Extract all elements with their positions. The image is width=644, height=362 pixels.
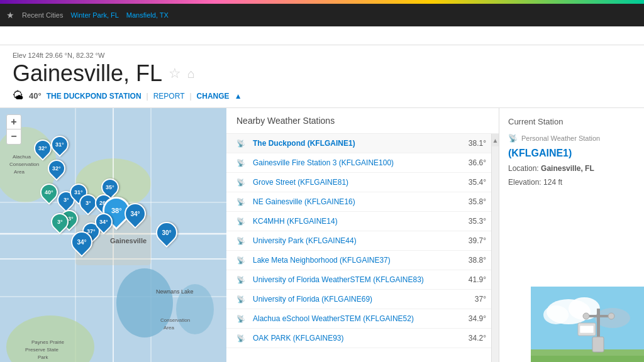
current-station-panel: Current Station 📡 Personal Weather Stati… — [499, 108, 644, 362]
stations-panel-header: Nearby Weather Stations — [226, 108, 499, 134]
station-name-link[interactable]: Alachua eSchool WeatherSTEM (KFLGAINE52) — [253, 314, 455, 323]
station-name-link[interactable]: University Park (KFLGAINE44) — [253, 236, 455, 245]
station-list-item: 📡Grove Street (KFLGAINE81)35.4° — [226, 173, 499, 192]
svg-rect-36 — [580, 326, 594, 333]
station-radio-icon: 📡 — [236, 140, 247, 148]
station-temperature: 41.9° — [461, 275, 486, 284]
station-temperature: 35.3° — [461, 217, 486, 226]
station-list-item: 📡University Park (KFLGAINE44)39.7° — [226, 231, 499, 251]
station-name-link[interactable]: NE Gainesville (KFLGAINE16) — [253, 197, 455, 206]
divider-1: | — [147, 92, 148, 101]
station-list-item: 📡OAK PARK (KFLGAINE93)34.2° — [226, 329, 499, 348]
pws-label: Personal Weather Station — [521, 134, 600, 142]
weather-pin[interactable]: 30° — [152, 217, 182, 248]
station-list-item: 📡University of Florida WeatherSTEM (KFLG… — [226, 270, 499, 290]
temperature-display: 40° — [29, 91, 42, 101]
stations-list: 📡The Duckpond (KFLGAINE1)38.1°📡Gainesvil… — [226, 134, 499, 362]
station-list-item: 📡Lake Meta Neighborhood (KFLGAINE37)38.8… — [226, 251, 499, 270]
stations-scrollbar[interactable]: ▲ ▼ — [491, 134, 499, 362]
station-temperature: 34.2° — [461, 334, 486, 343]
station-list-item: 📡NE Gainesville (KFLGAINE16)35.8° — [226, 192, 499, 212]
svg-rect-32 — [586, 315, 611, 317]
weather-pin[interactable]: 32° — [44, 156, 69, 181]
station-name-link[interactable]: Grove Street (KFLGAINE81) — [253, 178, 455, 187]
change-link[interactable]: CHANGE — [197, 92, 230, 101]
station-name-link[interactable]: Lake Meta Neighborhood (KFLGAINE37) — [253, 256, 455, 265]
station-temperature: 35.4° — [461, 178, 486, 187]
weather-sun-icon: 🌤 — [13, 89, 24, 102]
station-temperature: 37° — [461, 295, 486, 304]
weather-illustration — [531, 287, 644, 362]
station-radio-icon: 📡 — [236, 178, 247, 187]
zoom-in-button[interactable]: + — [6, 114, 21, 129]
station-radio-icon: 📡 — [236, 217, 247, 226]
pins-layer: 32°31°32°40°3°31°3°35°26°33°3°38°34°37°3… — [0, 108, 226, 362]
map-container: Gainesville Newnans Lake Conservation Ar… — [0, 108, 226, 362]
favorite-star-icon[interactable]: ☆ — [169, 65, 181, 82]
location-value: Gainesville, FL — [541, 164, 594, 173]
recent-cities-label: Recent Cities — [22, 11, 63, 19]
pws-radio-icon: 📡 — [508, 134, 518, 143]
station-radio-icon: 📡 — [236, 334, 247, 343]
station-temperature: 35.8° — [461, 197, 486, 206]
divider-2: | — [189, 92, 191, 101]
report-link[interactable]: REPORT — [153, 92, 185, 101]
station-name-link[interactable]: Gainesville Fire Station 3 (KFLGAINE100) — [253, 158, 455, 167]
nav-bar: ★ Recent Cities Winter Park, FL Mansfiel… — [0, 4, 644, 26]
stations-panel: Nearby Weather Stations 📡The Duckpond (K… — [226, 108, 499, 362]
station-radio-icon: 📡 — [236, 295, 247, 304]
station-temperature: 39.7° — [461, 236, 486, 245]
city-title: Gainesville, FL — [13, 60, 162, 87]
station-name-link[interactable]: University of Florida (KFLGAINE69) — [253, 295, 455, 304]
station-radio-icon: 📡 — [236, 315, 247, 323]
svg-rect-37 — [592, 337, 604, 352]
scroll-up-button[interactable]: ▲ — [492, 134, 499, 146]
station-name-link[interactable]: KC4MHH (KFLGAINE14) — [253, 217, 455, 226]
zoom-out-button[interactable]: − — [6, 129, 21, 145]
station-name-link[interactable]: OAK PARK (KFLGAINE93) — [253, 334, 455, 343]
station-radio-icon: 📡 — [236, 276, 247, 284]
svg-point-27 — [543, 305, 569, 324]
station-radio-icon: 📡 — [236, 256, 247, 265]
station-list-item: 📡Gainesville Fire Station 3 (KFLGAINE100… — [226, 153, 499, 173]
station-elevation: Elevation: 124 ft — [508, 178, 635, 187]
station-name[interactable]: THE DUCKPOND STATION — [47, 92, 142, 101]
svg-rect-30 — [531, 349, 644, 356]
current-station-id[interactable]: (KFLGAINE1) — [508, 148, 635, 159]
station-list-item: 📡Alachua eSchool WeatherSTEM (KFLGAINE52… — [226, 309, 499, 329]
station-temperature: 36.6° — [461, 158, 486, 167]
station-radio-icon: 📡 — [236, 198, 247, 206]
station-radio-icon: 📡 — [236, 237, 247, 245]
location-label: Location: — [508, 164, 539, 173]
station-name-link[interactable]: The Duckpond (KFLGAINE1) — [253, 139, 455, 148]
content-area: Gainesville Newnans Lake Conservation Ar… — [0, 108, 644, 362]
chevron-up-icon: ▲ — [235, 92, 242, 101]
station-location-row: Location: Gainesville, FL — [508, 164, 635, 173]
svg-point-34 — [608, 313, 614, 319]
recent-city-1[interactable]: Winter Park, FL — [70, 11, 118, 19]
station-name-link[interactable]: University of Florida WeatherSTEM (KFLGA… — [253, 275, 455, 284]
station-temperature: 38.8° — [461, 256, 486, 265]
weather-pin[interactable]: 31° — [47, 132, 72, 157]
home-icon[interactable]: ⌂ — [187, 67, 195, 81]
elevation-info: Elev 124ft 29.66 °N, 82.32 °W — [13, 52, 631, 59]
map-zoom-controls: + − — [6, 114, 21, 145]
current-station-header: Current Station — [508, 117, 635, 126]
recent-city-2[interactable]: Mansfield, TX — [126, 11, 169, 19]
main-header: Elev 124ft 29.66 °N, 82.32 °W Gainesvill… — [0, 45, 644, 108]
favorite-icon[interactable]: ★ — [6, 10, 14, 20]
sub-nav — [0, 26, 644, 45]
station-temperature: 34.9° — [461, 314, 486, 323]
station-radio-icon: 📡 — [236, 159, 247, 167]
svg-point-33 — [583, 313, 589, 319]
station-list-item: 📡University of Florida (KFLGAINE69)37° — [226, 290, 499, 309]
station-list-item: 📡KC4MHH (KFLGAINE14)35.3° — [226, 212, 499, 231]
station-list-item: 📡The Duckpond (KFLGAINE1)38.1° — [226, 134, 499, 153]
station-temperature: 38.1° — [461, 139, 486, 148]
